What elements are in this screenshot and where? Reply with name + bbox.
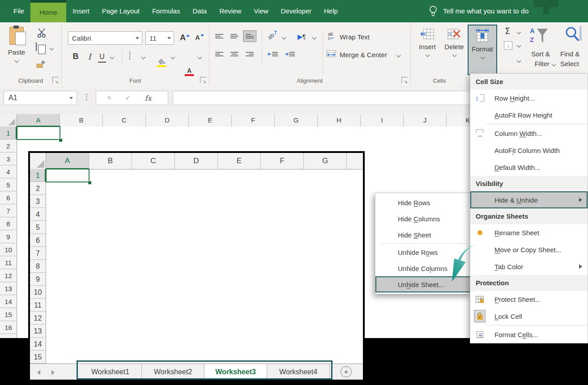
fill-dropdown-chevron-icon[interactable] <box>517 43 521 48</box>
align-left-button[interactable] <box>213 48 226 60</box>
find-select-icon[interactable] <box>564 26 582 46</box>
submenu-item-unhide-columns[interactable]: Unhide Columns <box>375 260 471 276</box>
borders-dropdown-chevron-icon[interactable] <box>141 55 146 59</box>
font-color-dropdown-chevron-icon[interactable] <box>198 55 202 59</box>
merge-center-dropdown-chevron-icon[interactable] <box>396 53 401 58</box>
sort-filter-icon[interactable]: A Z <box>529 26 549 47</box>
row-header-8[interactable]: 8 <box>0 217 17 230</box>
italic-button[interactable]: I <box>85 50 94 63</box>
row-header-5[interactable]: 5 <box>0 178 17 191</box>
menu-item-autofit-column-width[interactable]: AutoFit Column Width <box>470 142 588 159</box>
clipboard-dialog-launcher[interactable] <box>52 77 59 83</box>
merge-center-label[interactable]: Merge & Center <box>340 51 387 59</box>
column-header-c[interactable]: C <box>103 114 146 127</box>
delete-button[interactable]: Delete <box>442 25 467 74</box>
sort-filter-label-2[interactable]: Filter <box>526 60 550 68</box>
format-painter-icon[interactable] <box>36 60 46 69</box>
submenu-item-unhide-rows[interactable]: Unhide Rows <box>375 244 471 260</box>
menu-item-hide-unhide[interactable]: Hide & Unhide <box>470 191 588 208</box>
sort-filter-dropdown-chevron-icon[interactable] <box>552 62 556 67</box>
menu-item-lock-cell[interactable]: Lock Cell <box>470 308 588 325</box>
fill-color-icon[interactable] <box>157 58 166 67</box>
underline-button[interactable]: U <box>98 51 106 63</box>
column-header-j[interactable]: J <box>404 114 447 127</box>
name-box[interactable]: A1 <box>4 91 77 105</box>
column-header-d[interactable]: D <box>146 114 189 127</box>
row-header-9[interactable]: 9 <box>0 230 17 243</box>
row-header-3[interactable]: 3 <box>0 152 17 165</box>
ribbon-tab-data[interactable]: Data <box>186 0 213 22</box>
row-header-1[interactable]: 1 <box>0 127 17 140</box>
fill-color-dropdown-chevron-icon[interactable] <box>171 55 175 59</box>
column-header-h[interactable]: H <box>318 114 361 127</box>
ribbon-tab-home[interactable]: Home <box>30 3 66 22</box>
copy-dropdown-chevron-icon[interactable] <box>50 46 54 51</box>
insert-button[interactable]: Insert <box>415 25 440 74</box>
clear-dropdown-chevron-icon[interactable] <box>517 59 521 63</box>
enter-icon[interactable]: ✓ <box>125 94 131 102</box>
bottom-align-button[interactable] <box>243 30 256 42</box>
top-align-button[interactable] <box>213 30 226 42</box>
increase-indent-button[interactable] <box>283 48 297 60</box>
text-direction-dropdown-chevron-icon[interactable] <box>312 35 317 40</box>
orientation-dropdown-chevron-icon[interactable] <box>282 35 286 40</box>
column-header-k[interactable]: K <box>447 114 470 127</box>
find-select-label-1[interactable]: Find & <box>560 50 579 58</box>
font-name-combobox[interactable]: Calibri <box>68 31 142 45</box>
font-size-combobox[interactable]: 11 <box>145 31 174 45</box>
ribbon-tab-developer[interactable]: Developer <box>275 0 318 22</box>
wrap-text-icon[interactable]: abc↩ <box>328 32 334 40</box>
submenu-item-unhide-sheet[interactable]: Unhide Sheet... <box>375 276 471 292</box>
autosum-dropdown-chevron-icon[interactable] <box>517 30 521 34</box>
ribbon-tab-formulas[interactable]: Formulas <box>146 0 187 22</box>
sort-filter-label-1[interactable]: Sort & <box>526 50 555 58</box>
menu-item-move-or-copy-sheet[interactable]: Move or Copy Sheet... <box>470 241 588 258</box>
tell-me-box[interactable]: Tell me what you want to do <box>429 0 528 22</box>
fill-icon[interactable]: ↓ <box>504 41 512 50</box>
find-select-label-2[interactable]: Select <box>560 60 579 68</box>
menu-item-tab-color[interactable]: Tab Color <box>470 258 588 275</box>
ribbon-tab-review[interactable]: Review <box>213 0 247 22</box>
increase-font-size-button[interactable]: A <box>178 30 192 45</box>
submenu-item-hide-sheet[interactable]: Hide Sheet <box>375 227 471 243</box>
merge-center-icon[interactable] <box>326 50 336 57</box>
select-all-corner[interactable] <box>0 114 17 127</box>
alignment-dialog-launcher[interactable] <box>401 77 408 83</box>
menu-item-format-cells[interactable]: Format Cells... <box>470 326 588 343</box>
menu-item-rename-sheet[interactable]: Rename Sheet <box>470 224 588 241</box>
cut-icon[interactable] <box>37 28 47 38</box>
row-header-13[interactable]: 13 <box>0 282 17 295</box>
row-header-7[interactable]: 7 <box>0 204 17 217</box>
insert-function-icon[interactable]: fx <box>145 94 152 102</box>
font-dialog-launcher[interactable] <box>200 77 206 83</box>
menu-item-column-width[interactable]: ↔Column Width... <box>470 125 588 142</box>
copy-icon[interactable] <box>36 42 37 51</box>
column-header-f[interactable]: F <box>232 114 275 127</box>
column-header-g[interactable]: G <box>275 114 318 127</box>
menu-item-default-width[interactable]: Default Width... <box>470 159 588 176</box>
autosum-icon[interactable]: Σ <box>505 26 510 36</box>
row-header-6[interactable]: 6 <box>0 191 17 204</box>
column-header-e[interactable]: E <box>189 114 232 127</box>
row-header-16[interactable]: 16 <box>0 321 17 334</box>
orientation-icon[interactable]: ab↗ <box>266 29 279 41</box>
column-header-a[interactable]: A <box>17 114 60 127</box>
borders-icon[interactable] <box>129 51 130 60</box>
decrease-font-size-button[interactable]: A <box>193 30 206 45</box>
column-header-b[interactable]: B <box>60 114 103 127</box>
align-right-button[interactable] <box>243 48 256 60</box>
name-box-dropdown-icon[interactable] <box>69 97 73 99</box>
ribbon-tab-page-layout[interactable]: Page Layout <box>96 0 146 22</box>
ribbon-tab-insert[interactable]: Insert <box>66 0 96 22</box>
font-color-icon[interactable]: A <box>185 67 194 76</box>
row-header-14[interactable]: 14 <box>0 295 17 308</box>
row-header-4[interactable]: 4 <box>0 165 17 178</box>
active-cell-selection[interactable] <box>17 126 60 140</box>
underline-dropdown-chevron-icon[interactable] <box>110 55 115 59</box>
decrease-indent-button[interactable] <box>266 48 280 60</box>
middle-align-button[interactable] <box>228 30 241 42</box>
row-header-10[interactable]: 10 <box>0 243 17 256</box>
text-direction-icon[interactable]: ▶¶ <box>298 33 306 40</box>
ribbon-tab-file[interactable]: File <box>7 0 30 22</box>
bold-button[interactable]: B <box>70 50 81 63</box>
